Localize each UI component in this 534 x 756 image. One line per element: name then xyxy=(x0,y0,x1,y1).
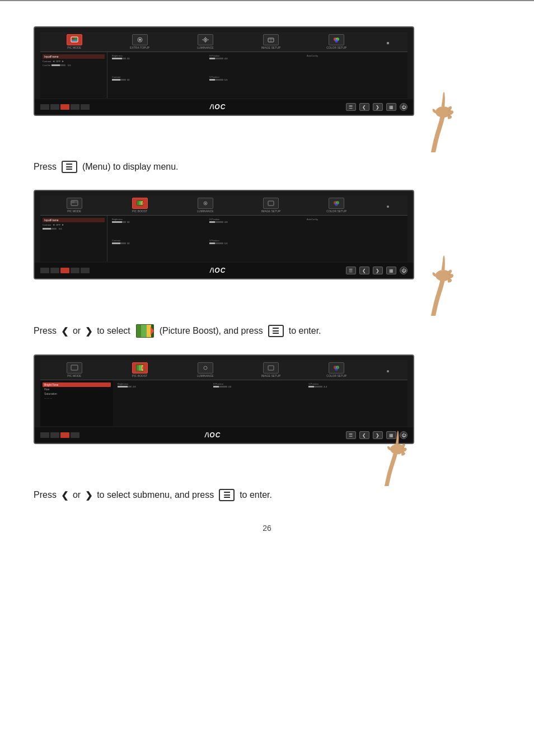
page-number: 26 xyxy=(34,524,500,533)
osd-col3-v: V.Position 4.4 xyxy=(308,382,403,423)
instruction-3-or: or xyxy=(73,490,81,500)
osd-top-bar-1: PIC MODE EXTRA TOPUP xyxy=(40,32,407,52)
svg-rect-42 xyxy=(139,365,142,371)
osd-btn-power-1: ⏻ xyxy=(400,103,407,111)
osd-b3-box2 xyxy=(50,432,59,438)
osd-icon-box2-lum xyxy=(198,198,213,209)
instruction-1-button: ☰ xyxy=(62,161,77,173)
osd-b2-fill xyxy=(112,221,122,223)
osd-left-contrast-row: Contrast ◄ OFF ► xyxy=(43,59,105,63)
osd-icon-box-extra xyxy=(132,34,148,45)
osd-icon3-img: IMAGE SETUP xyxy=(256,362,287,377)
hand-svg-3 xyxy=(372,424,422,486)
osd-left2-label: Contrast xyxy=(43,223,51,226)
section-3: PIC MODE xyxy=(34,354,500,501)
osd-bottom-right-2: ☰ ❮ ❯ ▦ ⏻ xyxy=(346,267,407,274)
osd-b2-box3 xyxy=(60,268,69,273)
osd-bottom2-items xyxy=(40,268,90,273)
osd-left-bar-row: ContVal 5.6 xyxy=(43,64,105,67)
svg-rect-41 xyxy=(137,365,139,371)
osd-col2-c-row: 50 xyxy=(112,242,208,245)
osd-btn-grid-1: ▦ xyxy=(386,103,396,111)
osd-bottom-left-2 xyxy=(40,268,90,273)
svg-rect-2 xyxy=(74,38,77,40)
instruction-1: Press ☰ (Menu) to display menu. xyxy=(34,161,500,173)
svg-rect-46 xyxy=(268,366,274,370)
osd-icon-box3-lum xyxy=(198,362,213,374)
instruction-2-prefix: Press xyxy=(34,326,57,336)
osd-label-image: IMAGE SETUP xyxy=(261,46,280,49)
osd-contrast-val: 50 xyxy=(127,78,129,81)
instruction-2-left-chevron: ❮ xyxy=(61,326,68,337)
osd-icon-box2-col xyxy=(329,198,344,209)
hand-3 xyxy=(372,424,422,486)
instruction-2-end: to enter. xyxy=(289,326,321,336)
osd-col2-auto: AutoConfig xyxy=(307,218,403,237)
osd-icon3-lum: LUMINANCE xyxy=(190,362,221,377)
osd-icon2-image: IMAGE SETUP xyxy=(256,198,287,213)
svg-rect-20 xyxy=(72,201,74,203)
osd-submenu-item-3: Saturation xyxy=(43,391,111,396)
osd-btn-right-1: ❯ xyxy=(373,103,383,111)
svg-point-28 xyxy=(204,203,206,204)
osd-icon-extra: EXTRA TOPUP xyxy=(124,34,155,49)
osd-right-3: Brightness 2.8 H.Position 4.0 xyxy=(113,380,407,426)
osd-col2-h: H.Position 4.8 xyxy=(209,218,306,237)
osd-label2-picture: PIC MODE xyxy=(67,209,81,213)
page-content: PIC MODE EXTRA TOPUP xyxy=(0,15,534,555)
osd-bottom-box5 xyxy=(81,104,90,110)
hand-1 xyxy=(416,91,467,152)
osd-col2-b: Brightness 50 xyxy=(112,218,208,237)
osd-bottom-bar-2: /\OC ☰ ❮ ❯ ▦ ⏻ xyxy=(35,263,413,278)
osd-left2-row: Contrast ◄ OFF ► xyxy=(43,223,105,226)
osd-col-h-row: 4.8 xyxy=(209,57,306,60)
instruction-2-button: ☰ xyxy=(268,325,284,337)
svg-point-49 xyxy=(335,367,338,371)
instruction-1-suffix: (Menu) to display menu. xyxy=(82,162,179,172)
osd-col2-c: Contrast 50 xyxy=(112,239,208,258)
osd-contrast-bar xyxy=(112,79,126,81)
osd-label3-pb: PIC BOOST xyxy=(132,374,147,377)
osd-icon2-luminance: LUMINANCE xyxy=(190,198,221,213)
osd-bottom-left-1 xyxy=(40,104,90,110)
osd-left2-num: 5.6 xyxy=(59,227,62,230)
picture-boost-icon xyxy=(136,324,154,338)
osd-top-bar-3: PIC MODE xyxy=(40,360,407,380)
osd-logo-2: /\OC xyxy=(210,267,226,274)
osd-logo-1: /\OC xyxy=(210,103,226,111)
osd-icon-luminance: LUMINANCE xyxy=(190,34,221,49)
svg-rect-3 xyxy=(72,40,77,41)
svg-rect-21 xyxy=(74,201,77,203)
osd-bottom-bar-3: /\OC ☰ ❮ ❯ ▦ ⏻ xyxy=(35,427,413,443)
osd-left-off-label: OFF xyxy=(56,60,60,63)
instruction-3-prefix: Press xyxy=(34,490,57,500)
osd-label-extra: EXTRA TOPUP xyxy=(130,46,149,49)
osd-left2-bar xyxy=(43,228,57,230)
osd-b2-val: 50 xyxy=(127,221,129,223)
osd-h3-val: 4.0 xyxy=(228,385,232,388)
osd-c2-bar xyxy=(112,242,126,244)
osd-btn-menu-1: ☰ xyxy=(346,103,356,111)
osd-icon-box-luminance xyxy=(198,34,213,45)
osd-v3-bar xyxy=(308,386,322,388)
osd-submenu-blank: — — — xyxy=(43,396,111,400)
svg-rect-23 xyxy=(137,201,139,205)
monitor-screenshot-3: PIC MODE xyxy=(34,354,414,444)
osd-bottom-left-3 xyxy=(40,432,79,438)
osd-col2-b-row: 50 xyxy=(112,221,208,223)
instruction-3-end: to enter. xyxy=(240,490,272,500)
osd-col2-v: V.Position 5.6 xyxy=(209,239,306,258)
svg-rect-37 xyxy=(147,325,151,337)
osd-menu-2: PIC MODE xyxy=(40,195,407,262)
osd-b2-box1 xyxy=(40,268,49,273)
osd-label-picture: PIC MODE xyxy=(67,46,81,49)
osd-btn-right-2: ❯ xyxy=(373,267,383,274)
osd-col2-h-row: 4.8 xyxy=(209,221,306,223)
instruction-2: Press ❮ or ❯ to select (Picture Boost), … xyxy=(34,324,500,338)
osd-content-2: InputFrame Contrast ◄ OFF ► xyxy=(40,216,407,262)
osd-submenu-item-1: Bright Tone xyxy=(43,382,111,387)
osd-label2-col: COLOR SETUP xyxy=(326,209,346,213)
osd-left-arrow-right: ► xyxy=(62,59,64,63)
osd-submenu-item-2: Hue xyxy=(43,387,111,391)
osd-v-val: 5.6 xyxy=(224,78,228,81)
